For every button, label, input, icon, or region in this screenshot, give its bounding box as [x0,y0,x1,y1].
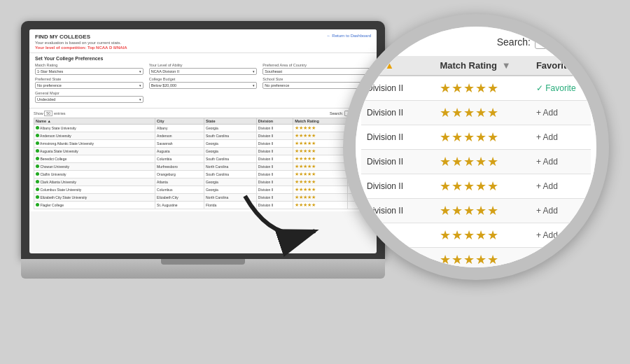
pref-major-select[interactable]: Undecided ▾ [35,96,144,103]
pref-match-rating: Match Rating 1-Star Matches ▾ [35,63,144,75]
cell-division: Division II [256,202,293,209]
pref-match-rating-select[interactable]: 1-Star Matches ▾ [35,68,144,75]
zoom-table-row: Division II ★★★★★ + Add [361,150,591,174]
col-match-rating[interactable]: Match Rating [293,118,348,125]
table-row: Chowan University Murfreesboro North Car… [34,163,372,171]
col-division[interactable]: Division [256,118,293,125]
zoom-cell-fav[interactable]: + Add [531,248,591,272]
table-row: Anderson University Anderson South Carol… [34,132,372,140]
zoom-content: Search: ion ▲ Match Rating ▼ Favori [356,27,596,267]
cell-city: Orangeburg [155,171,204,178]
return-link[interactable]: ← Return to Dashboard [327,34,371,38]
zoom-cell-division: Division II [361,174,434,199]
table-row: Flagler College St. Augustine Florida Di… [34,202,372,209]
pref-size-select[interactable]: No preference ▾ [262,82,371,89]
cell-name: Columbus State University [34,186,155,194]
zoom-table-body: Division II ★★★★★ ✓ Favorite Division II… [361,76,591,280]
table-row: Armstrong Atlantic State University Sava… [34,140,372,148]
pref-size: School Size No preference ▾ [262,77,371,89]
screen-table-area: Show 50 entries Search: Name ▲ [29,108,377,211]
cell-state: South Carolina [204,132,257,140]
cell-city: Columbia [155,155,204,163]
status-dot [36,134,39,137]
scene: ← Return to Dashboard FIND MY COLLEGES Y… [0,0,630,364]
cell-division: Division II [256,155,293,163]
cell-stars: ★★★★★ [293,194,348,202]
zoom-cell-stars: ★★★★★ [434,223,531,248]
pref-state-select[interactable]: No preference ▾ [35,82,144,89]
screen-competition: Your level of competition: Top NCAA D II… [35,46,371,50]
zoom-cell-fav[interactable]: ✓ Favorite [531,76,591,101]
cell-state: South Carolina [204,171,257,178]
table-row: Clark Atlanta University Atlanta Georgia… [34,178,372,186]
cell-division: Division II [256,148,293,155]
cell-division: Division II [256,194,293,202]
sort-up-icon: ▲ [385,60,394,71]
zoom-cell-fav[interactable]: + Add [531,199,591,223]
cell-name: Albany State University [34,125,155,132]
show-entries: Show 50 entries [34,111,65,115]
col-city[interactable]: City [155,118,204,125]
col-name[interactable]: Name ▲ [34,118,155,125]
status-dot [36,126,39,130]
zoom-cell-fav[interactable]: ✓ Favorite [531,272,591,281]
zoom-cell-fav[interactable]: + Add [531,223,591,248]
pref-ability-select[interactable]: NCAA Division II ▾ [149,68,258,75]
zoom-cell-division: Division II [361,76,434,101]
zoom-cell-fav[interactable]: + Add [531,174,591,199]
zoom-cell-stars: ★★★★★ [434,150,531,174]
cell-city: Atlanta [155,178,204,186]
cell-stars: ★★★★★ [293,148,348,155]
prefs-row-3: General Major Undecided ▾ [35,91,371,103]
cell-state: South Carolina [204,155,257,163]
cell-city: St. Augustine [155,202,204,209]
cell-city: Elizabeth City [155,194,204,202]
cell-name: Clark Atlanta University [34,178,155,186]
cell-name: Augusta State University [34,148,155,155]
zoom-cell-stars: ★★★★★ [434,125,531,150]
pref-budget-select[interactable]: Below $20,000 ▾ [149,82,258,89]
cell-division: Division II [256,132,293,140]
cell-name: Chowan University [34,163,155,171]
zoom-cell-stars: ★★★★★ [434,101,531,125]
cell-name: Elizabeth City State University [34,194,155,202]
laptop-base [21,259,385,279]
cell-city: Augusta [155,148,204,155]
zoom-cell-fav[interactable]: + Add [531,125,591,150]
cell-stars: ★★★★★ [293,140,348,148]
zoom-table-row: Division II ★★★★★ + Add [361,101,591,125]
pref-area-select[interactable]: Southeast ▾ [262,68,371,75]
table-controls: Show 50 entries Search: [34,111,372,116]
col-state[interactable]: State [204,118,257,125]
cell-stars: ★★★★★ [293,132,348,140]
pref-state-label: Preferred State [35,77,144,81]
cell-state: Georgia [204,140,257,148]
status-dot [36,180,39,183]
cell-name: Claflin University [34,171,155,178]
status-dot [36,203,39,206]
pref-budget-label: College Budget [149,77,258,81]
zoom-table-row: Division II ★★★★★ + Add [361,174,591,199]
zoom-search-input[interactable] [535,35,591,49]
zoom-cell-stars: ★★★★★ [434,199,531,223]
cell-city: Savannah [155,140,204,148]
zoom-col-favorite[interactable]: Favorite ▼ [531,56,591,76]
zoom-cell-fav[interactable]: + Add [531,101,591,125]
entries-select[interactable]: 50 [44,111,52,116]
table-row: Elizabeth City State University Elizabet… [34,194,372,202]
cell-state: North Carolina [204,194,257,202]
status-dot [36,164,39,168]
zoom-table-row: Division II ★★★★★ ✓ Favorite [361,76,591,101]
table-row: Benedict College Columbia South Carolina… [34,155,372,163]
cell-stars: ★★★★★ [293,202,348,209]
zoom-cell-fav[interactable]: + Add [531,150,591,174]
cell-division: Division II [256,178,293,186]
zoom-col-match-rating[interactable]: Match Rating ▼ [434,56,531,76]
cell-division: Division II [256,140,293,148]
cell-name: Armstrong Atlantic State University [34,140,155,148]
chevron-down-icon: ▾ [139,83,141,88]
table-row: Augusta State University Augusta Georgia… [34,148,372,155]
status-dot [36,195,39,199]
zoom-cell-division: Division II [361,125,434,150]
status-dot [36,157,39,160]
